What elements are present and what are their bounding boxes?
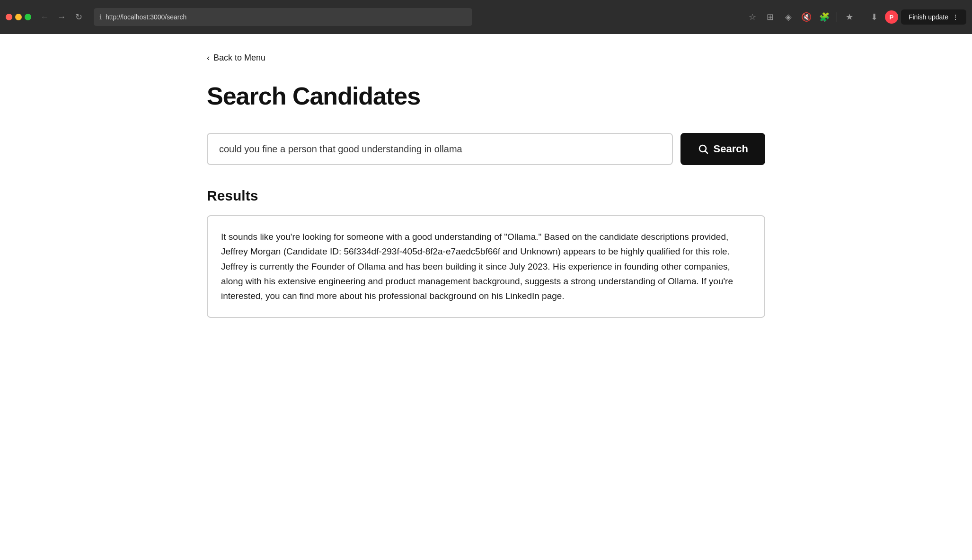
results-box: It sounds like you're looking for someon… [207,215,765,318]
extension-icon-3[interactable]: 🔇 [799,9,814,25]
minimize-traffic-light[interactable] [15,14,22,20]
results-content: It sounds like you're looking for someon… [221,229,751,304]
separator-1 [837,12,837,22]
search-row: Search [207,133,765,165]
search-icon [698,143,709,155]
page-title: Search Candidates [207,82,765,110]
finish-update-button[interactable]: Finish update ⋮ [901,9,966,25]
url-display: http://localhost:3000/search [106,13,467,21]
browser-chrome: ← → ↻ ℹ http://localhost:3000/search ☆ ⊞… [0,0,972,34]
extension-icon-2[interactable]: ◈ [781,9,796,25]
browser-nav: ← → ↻ [37,9,86,25]
search-button-label: Search [714,143,748,155]
address-bar[interactable]: ℹ http://localhost:3000/search [94,8,472,26]
favorites-icon[interactable]: ★ [842,9,857,25]
svg-line-1 [705,151,707,153]
finish-update-menu-icon: ⋮ [952,13,959,21]
security-icon: ℹ [99,13,102,21]
browser-actions: ☆ ⊞ ◈ 🔇 🧩 ★ ⬇ P Finish update ⋮ [745,9,966,25]
traffic-lights [6,14,31,20]
back-button[interactable]: ← [37,9,52,25]
search-input[interactable] [207,133,673,165]
back-to-menu-label: Back to Menu [213,53,265,63]
forward-button[interactable]: → [54,9,69,25]
separator-2 [862,12,862,22]
extension-icon-1[interactable]: ⊞ [763,9,778,25]
search-button[interactable]: Search [680,133,765,165]
fullscreen-traffic-light[interactable] [25,14,31,20]
finish-update-label: Finish update [909,13,948,21]
reload-button[interactable]: ↻ [71,9,86,25]
download-icon[interactable]: ⬇ [867,9,882,25]
page-content: ‹ Back to Menu Search Candidates Search … [178,34,794,337]
close-traffic-light[interactable] [6,14,12,20]
back-chevron-icon: ‹ [207,53,210,63]
extensions-icon[interactable]: 🧩 [817,9,832,25]
results-heading: Results [207,188,765,204]
back-to-menu-link[interactable]: ‹ Back to Menu [207,53,765,63]
patreon-icon[interactable]: P [885,10,898,24]
bookmark-icon[interactable]: ☆ [745,9,760,25]
